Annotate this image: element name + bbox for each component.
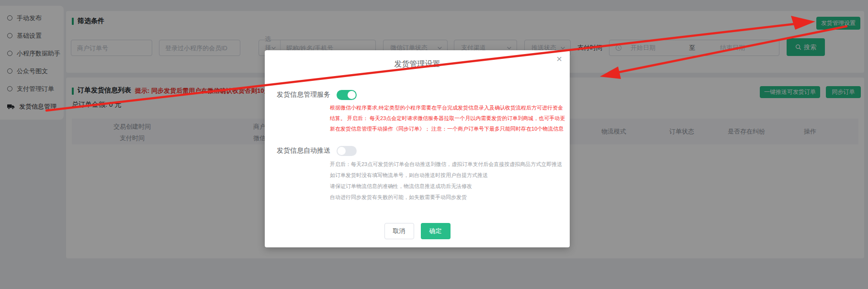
auto-push-desc-line: 请保证订单物流信息的准确性，物流信息推送成功后无法修改 — [330, 183, 472, 190]
service-label: 发货信息管理服务 — [277, 90, 330, 99]
auto-push-label: 发货信息自动推送 — [277, 146, 330, 155]
confirm-button[interactable]: 确定 — [421, 223, 451, 239]
auto-push-toggle[interactable] — [337, 146, 357, 156]
service-toggle[interactable] — [337, 90, 357, 100]
auto-push-desc-line: 如订单发货时没有填写物流单号，则自动推送时按用户自提方式推送 — [330, 172, 488, 179]
toggle-knob — [338, 147, 346, 155]
shipping-settings-dialog: 发货管理设置 × 发货信息管理服务 根据微信小程序要求,特定类型的小程序需要在平… — [265, 50, 570, 247]
service-desc-line: 结算。 开启后： 每天23点会定时请求微信服务器拉取一个月以内需要发货的订单到商… — [330, 115, 565, 122]
auto-push-desc-line: 开启后：每天23点可发货的订单会自动推送到微信，虚拟订单支付后会直接按虚拟商品方… — [330, 161, 562, 168]
auto-push-desc-line: 自动进行同步发货有失败的可能，如失败需要手动同步发货 — [330, 194, 467, 201]
dialog-title: 发货管理设置 — [265, 59, 570, 69]
toggle-knob — [348, 91, 356, 99]
page: 手动发布 基础设置 小程序数据助手 公众号图文 支付管理订单 发货信息管理 — [0, 0, 868, 289]
close-icon[interactable]: × — [556, 54, 562, 64]
service-desc-line: 新在发货信息管理手动操作《同步订单》； 注意：一个商户订单号下最多只能同时存在1… — [330, 125, 564, 133]
service-desc-line: 根据微信小程序要求,特定类型的小程序需要在平台完成发货信息录入及确认收货流程后方… — [330, 104, 563, 111]
cancel-button[interactable]: 取消 — [384, 223, 414, 239]
dialog-footer: 取消 确定 — [265, 223, 570, 239]
